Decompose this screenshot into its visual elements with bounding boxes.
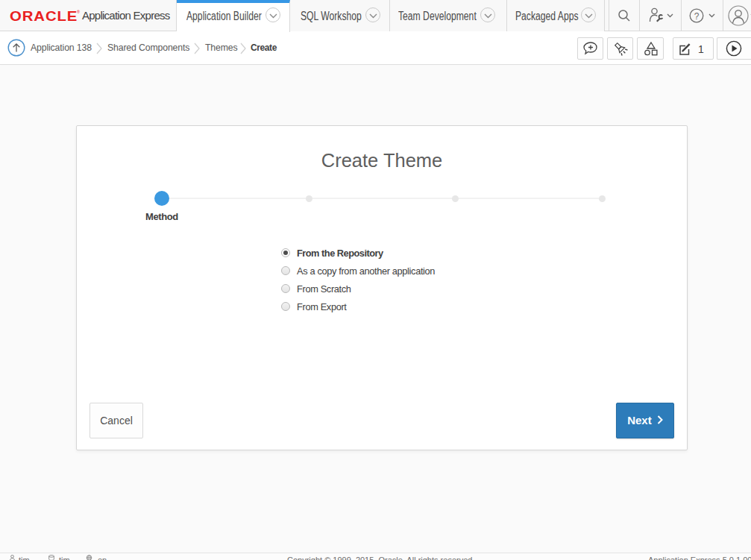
svg-text:?: ? (694, 11, 700, 22)
